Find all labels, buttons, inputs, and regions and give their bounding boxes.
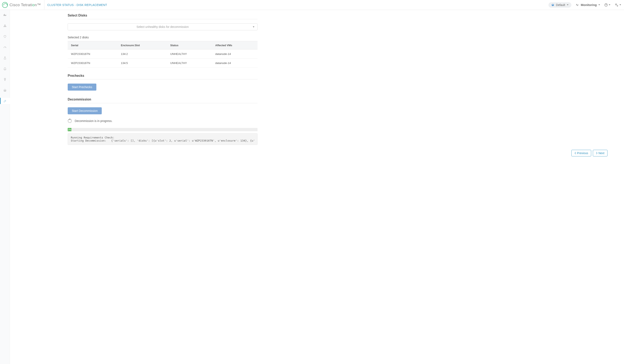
sidebar-item-alerts[interactable] <box>0 66 10 72</box>
table-row: WZP233016TN 134:5 UNHEALTHY datanode-14 <box>68 59 258 68</box>
monitoring-label: Monitoring <box>581 3 597 7</box>
cube-icon <box>551 3 554 6</box>
progress-bar-fill: 2% <box>68 128 71 131</box>
col-status: Status <box>167 41 212 50</box>
cell-vms: datanode-14 <box>212 59 258 68</box>
table-row: WZP233016TN 134:2 UNHEALTHY datanode-14 <box>68 50 258 59</box>
sidebar-item-performance[interactable] <box>0 44 10 50</box>
chevron-down-icon <box>609 4 610 5</box>
cell-serial: WZP233016TN <box>68 50 118 59</box>
breadcrumb: CLUSTER STATUS - DISK REPLACEMENT <box>44 3 107 7</box>
brand-area: Cisco Tetration™ <box>0 0 44 10</box>
topbar: Cisco Tetration™ CLUSTER STATUS - DISK R… <box>0 0 624 10</box>
svg-point-5 <box>4 26 5 27</box>
scope-label: Default <box>556 3 565 7</box>
previous-button[interactable]: Previous <box>572 150 591 156</box>
next-label: Next <box>598 152 604 155</box>
start-prechecks-button[interactable]: Start Prechecks <box>68 84 96 91</box>
sidebar-item-dashboards[interactable] <box>0 12 10 18</box>
svg-point-3 <box>4 25 5 25</box>
console-output: Running Requirements Check: Starting Dec… <box>68 133 258 145</box>
settings-menu[interactable] <box>615 3 621 7</box>
cell-slot: 134:2 <box>118 50 167 59</box>
gears-icon <box>615 3 619 7</box>
col-serial: Serial <box>68 41 118 50</box>
decommission-status-line: Decommission is in progress. <box>68 119 258 123</box>
chevron-down-icon <box>620 4 621 5</box>
progress-bar: 2% <box>68 128 258 131</box>
table-header-row: Serial Enclosure:Slot Status Affected VM… <box>68 41 258 50</box>
sidebar-item-security[interactable] <box>0 33 10 40</box>
sidebar-item-maintenance[interactable] <box>0 98 10 104</box>
svg-point-2 <box>617 5 618 6</box>
chevron-down-icon <box>253 26 255 27</box>
previous-label: Previous <box>577 152 588 155</box>
cell-slot: 134:5 <box>118 59 167 68</box>
pager: Previous Next <box>18 145 616 161</box>
heartbeat-icon <box>575 3 579 7</box>
topbar-right: Default Monitoring <box>548 2 621 8</box>
cell-vms: datanode-14 <box>212 50 258 59</box>
chevron-right-icon <box>596 152 598 154</box>
section-title-select-disks: Select Disks <box>68 14 258 19</box>
disk-select-placeholder: Select unhealthy disks for decommission <box>137 25 189 28</box>
svg-point-4 <box>4 26 4 27</box>
brand-logo-icon <box>2 2 8 8</box>
svg-point-1 <box>616 4 617 5</box>
scope-selector[interactable]: Default <box>548 2 571 8</box>
selected-count: Selected 2 disks <box>68 36 258 39</box>
col-slot: Enclosure:Slot <box>118 41 167 50</box>
section-title-prechecks: Prechecks <box>68 74 258 79</box>
cell-status: UNHEALTHY <box>167 50 212 59</box>
start-decommission-button[interactable]: Start Decommission <box>68 107 102 114</box>
sidebar-item-labs[interactable] <box>0 55 10 61</box>
help-menu[interactable] <box>604 3 610 7</box>
decommission-status-text: Decommission is in progress. <box>75 119 112 123</box>
chevron-down-icon <box>567 4 569 5</box>
sidebar-item-topology[interactable] <box>0 23 10 29</box>
cell-status: UNHEALTHY <box>167 59 212 68</box>
selected-disks-table: Serial Enclosure:Slot Status Affected VM… <box>68 41 258 68</box>
svg-point-6 <box>5 26 6 27</box>
col-vms: Affected VMs <box>212 41 258 50</box>
section-title-decommission: Decommission <box>68 98 258 103</box>
main-content: Select Disks Select unhealthy disks for … <box>10 10 624 364</box>
spinner-icon <box>68 119 72 123</box>
chevron-down-icon <box>598 4 600 5</box>
sidebar <box>0 10 10 364</box>
sidebar-item-datacenter[interactable] <box>0 87 10 93</box>
sidebar-item-power[interactable] <box>0 76 10 82</box>
next-button[interactable]: Next <box>593 150 607 156</box>
chevron-left-icon <box>574 152 576 154</box>
disk-select-dropdown[interactable]: Select unhealthy disks for decommission <box>68 23 258 30</box>
brand-text: Cisco Tetration™ <box>9 3 41 7</box>
help-icon <box>604 3 608 7</box>
monitoring-menu[interactable]: Monitoring <box>575 3 600 7</box>
cell-serial: WZP233016TN <box>68 59 118 68</box>
